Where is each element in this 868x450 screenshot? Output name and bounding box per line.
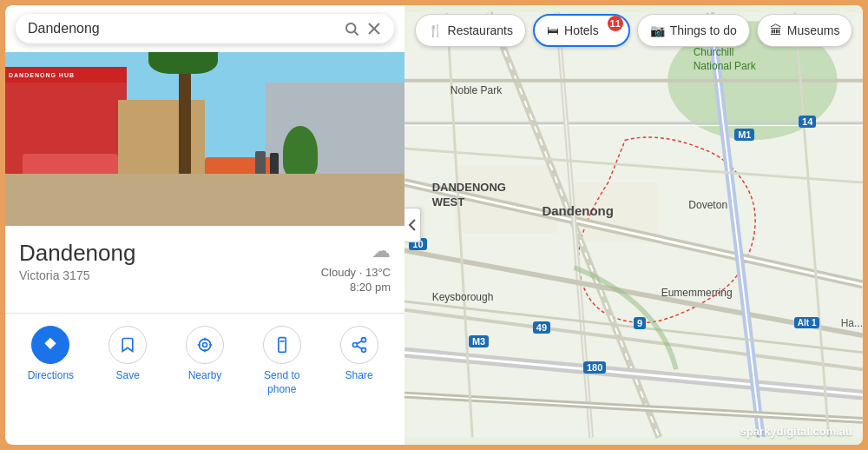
map-tabs: 🍴 Restaurants 🛏 Hotels 11 📷 Things to do…	[404, 14, 863, 47]
map-container[interactable]: Noble Park DANDENONGWEST Dandenong Dovet…	[404, 5, 863, 445]
nearby-icon	[186, 326, 224, 364]
action-buttons: Directions Save	[5, 322, 404, 407]
search-bar	[16, 14, 394, 43]
right-panel: Noble Park DANDENONGWEST Dandenong Dovet…	[404, 5, 863, 445]
hotels-badge: 11	[608, 16, 623, 31]
svg-line-17	[357, 341, 362, 343]
directions-label: Directions	[28, 369, 74, 383]
svg-line-1	[354, 31, 358, 35]
things-to-do-icon: 📷	[650, 23, 665, 37]
museums-icon: 🏛	[770, 23, 782, 37]
share-button[interactable]: Share	[333, 326, 385, 396]
main-container: DANDENONG HUB Dandenong Victoria 3175	[5, 5, 863, 445]
tab-hotels[interactable]: 🛏 Hotels 11	[533, 14, 630, 47]
svg-rect-10	[279, 338, 286, 353]
museums-label: Museums	[787, 23, 840, 37]
things-to-do-label: Things to do	[670, 23, 737, 37]
location-name: Dandenong	[19, 240, 135, 267]
directions-icon	[31, 326, 69, 364]
divider	[5, 313, 404, 314]
svg-line-16	[357, 346, 362, 348]
share-icon	[340, 326, 378, 364]
directions-button[interactable]: Directions	[24, 326, 76, 396]
restaurants-icon: 🍴	[428, 23, 443, 37]
search-input[interactable]	[28, 21, 337, 36]
collapse-panel-button[interactable]	[404, 208, 421, 242]
hotels-icon: 🛏	[547, 23, 559, 37]
search-button[interactable]	[344, 21, 359, 36]
nearby-label: Nearby	[188, 369, 222, 383]
clear-search-button[interactable]	[366, 21, 382, 36]
svg-point-14	[352, 343, 357, 347]
svg-point-13	[361, 338, 365, 342]
share-label: Share	[345, 369, 373, 383]
save-label: Save	[116, 369, 140, 383]
watermark: sparkydigital.com.au	[740, 425, 852, 438]
location-image: DANDENONG HUB	[5, 52, 404, 226]
map-svg	[404, 5, 863, 445]
nearby-button[interactable]: Nearby	[179, 326, 231, 396]
location-subtitle: Victoria 3175	[19, 268, 135, 282]
save-button[interactable]: Save	[102, 326, 154, 396]
send-to-phone-icon	[263, 326, 301, 364]
svg-point-5	[199, 339, 210, 350]
svg-point-4	[202, 343, 207, 347]
send-to-phone-button[interactable]: Send to phone	[256, 326, 308, 396]
hotels-label: Hotels	[564, 23, 599, 37]
tab-museums[interactable]: 🏛 Museums	[757, 14, 853, 47]
svg-point-0	[346, 23, 356, 33]
weather-info: ☁ Cloudy · 13°C 8:20 pm	[321, 240, 391, 294]
save-icon	[108, 326, 147, 364]
restaurants-label: Restaurants	[448, 23, 513, 37]
weather-time: 8:20 pm	[350, 281, 391, 294]
left-panel: DANDENONG HUB Dandenong Victoria 3175	[5, 5, 404, 445]
location-info: Dandenong Victoria 3175 ☁ Cloudy · 13°C …	[5, 226, 404, 301]
tab-restaurants[interactable]: 🍴 Restaurants	[415, 14, 526, 47]
tab-things-to-do[interactable]: 📷 Things to do	[637, 14, 750, 47]
svg-point-15	[361, 347, 365, 352]
weather-temp-condition: Cloudy · 13°C	[321, 266, 391, 279]
send-to-phone-label: Send to phone	[264, 369, 299, 396]
weather-icon: ☁	[372, 240, 391, 262]
